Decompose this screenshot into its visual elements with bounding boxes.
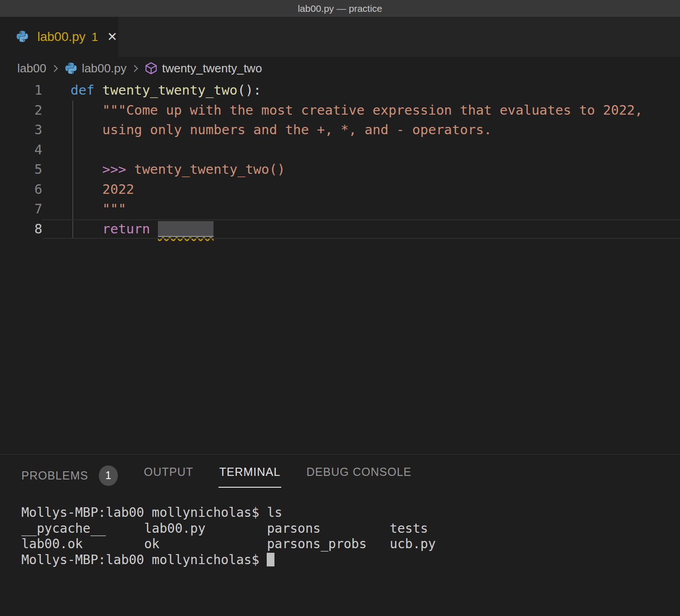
problems-count-badge: 1 — [99, 465, 118, 486]
line-number[interactable]: 2 — [0, 101, 42, 121]
code-line[interactable]: 3 using only numbers and the +, *, and -… — [0, 120, 680, 140]
code-token: (): — [238, 82, 261, 98]
close-icon[interactable]: ✕ — [107, 31, 117, 43]
code-token: using only numbers and the +, *, and - o… — [71, 122, 492, 137]
bottom-panel: PROBLEMS1OUTPUTTERMINALDEBUG CONSOLE Mol… — [0, 454, 680, 616]
code-text: """ — [42, 199, 680, 219]
terminal-line: Mollys-MBP:lab00 mollynicholas$ ls — [21, 505, 680, 521]
editor-tab-bar: lab00.py 1 ✕ — [0, 17, 680, 57]
terminal-output[interactable]: Mollys-MBP:lab00 mollynicholas$ ls__pyca… — [21, 505, 680, 568]
code-text: """Come up with the most creative expres… — [42, 101, 680, 121]
code-token — [71, 162, 102, 177]
code-text: >>> twenty_twenty_two() — [42, 160, 680, 180]
indent-guide — [72, 101, 73, 239]
breadcrumb-item-twenty_twenty_two[interactable]: twenty_twenty_two — [144, 61, 262, 76]
line-number[interactable]: 6 — [0, 180, 42, 200]
tab-filename: lab00.py — [37, 30, 86, 44]
breadcrumb: lab00 lab00.py twenty_twenty_two — [0, 57, 680, 80]
code-token: twenty_twenty_two — [102, 82, 238, 98]
breadcrumb-label: lab00.py — [82, 61, 127, 76]
line-number[interactable]: 5 — [0, 160, 42, 180]
code-token: """ — [71, 201, 126, 217]
panel-tab-terminal[interactable]: TERMINAL — [219, 465, 280, 488]
tab-lab00py[interactable]: lab00.py 1 ✕ — [0, 17, 118, 57]
code-line[interactable]: 7 """ — [0, 199, 680, 219]
code-token: >>> — [102, 162, 134, 177]
code-token: def — [71, 82, 102, 98]
line-number[interactable]: 8 — [0, 219, 42, 239]
breadcrumb-label: twenty_twenty_two — [162, 61, 262, 76]
code-line[interactable]: 2 """Come up with the most creative expr… — [0, 101, 680, 121]
terminal-cursor — [267, 553, 274, 566]
line-number[interactable]: 1 — [0, 81, 42, 101]
python-icon — [64, 61, 78, 75]
line-number[interactable]: 3 — [0, 120, 42, 140]
symbol-cube-icon — [144, 61, 158, 75]
code-text: using only numbers and the +, *, and - o… — [42, 120, 680, 140]
tab-problem-count: 1 — [91, 30, 98, 44]
panel-tab-problems[interactable]: PROBLEMS1 — [21, 465, 118, 495]
window-title-bar: lab00.py — practice — [0, 0, 680, 17]
line-number[interactable]: 4 — [0, 140, 42, 160]
window-title: lab00.py — practice — [298, 3, 382, 14]
panel-tab-bar: PROBLEMS1OUTPUTTERMINALDEBUG CONSOLE — [0, 454, 680, 495]
code-editor[interactable]: 1def twenty_twenty_two():2 """Come up wi… — [0, 80, 680, 454]
breadcrumb-item-lab00[interactable]: lab00 — [17, 61, 46, 76]
line-number[interactable]: 7 — [0, 199, 42, 219]
snippet-placeholder: _______ — [158, 221, 213, 237]
code-text: def twenty_twenty_two(): — [42, 81, 680, 101]
panel-tab-debug-console[interactable]: DEBUG CONSOLE — [306, 465, 411, 488]
python-icon — [15, 30, 29, 43]
breadcrumb-label: lab00 — [17, 61, 46, 76]
panel-tab-label: OUTPUT — [144, 465, 193, 479]
panel-tab-label: TERMINAL — [219, 465, 280, 479]
code-text: return _______ — [42, 219, 680, 239]
code-line[interactable]: 4 — [0, 140, 680, 160]
code-token: 2022 — [71, 182, 134, 197]
code-text — [42, 140, 680, 160]
breadcrumb-item-lab00.py[interactable]: lab00.py — [64, 61, 127, 76]
panel-tab-output[interactable]: OUTPUT — [144, 465, 193, 488]
code-token — [71, 221, 102, 237]
code-line[interactable]: 6 2022 — [0, 180, 680, 200]
code-text: 2022 — [42, 180, 680, 200]
terminal-line: lab00.ok ok parsons_probs ucb.py — [21, 536, 680, 552]
code-token: twenty_twenty_two() — [134, 162, 285, 177]
chevron-right-icon — [131, 65, 138, 72]
code-token: return — [102, 221, 158, 237]
panel-tab-label: PROBLEMS — [21, 469, 88, 482]
code-line[interactable]: 1def twenty_twenty_two(): — [0, 81, 680, 101]
panel-tab-label: DEBUG CONSOLE — [306, 465, 411, 479]
terminal-line: Mollys-MBP:lab00 mollynicholas$ — [21, 552, 680, 568]
python-icon — [15, 30, 30, 44]
code-line[interactable]: 5 >>> twenty_twenty_two() — [0, 160, 680, 180]
chevron-right-icon — [51, 65, 58, 72]
code-token: """Come up with the most creative expres… — [71, 102, 643, 118]
terminal-line: __pycache__ lab00.py parsons tests — [21, 521, 680, 537]
code-line[interactable]: 8 return _______ — [0, 219, 680, 239]
